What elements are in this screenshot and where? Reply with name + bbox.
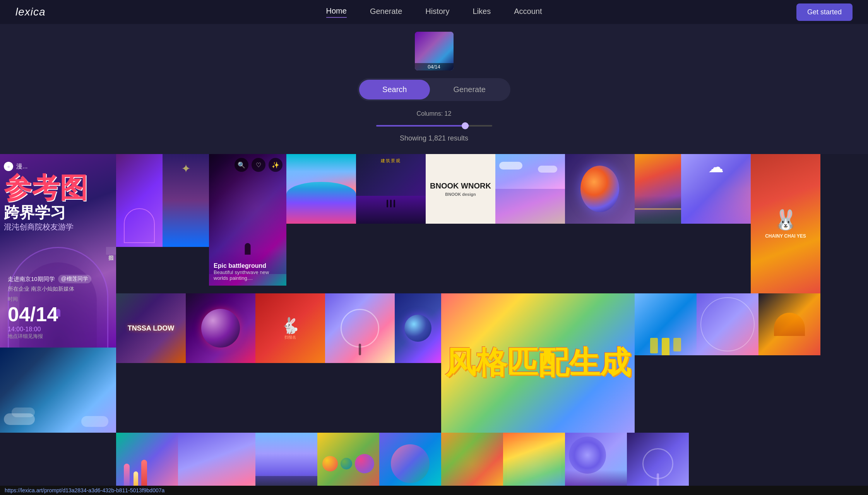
hero-section: 04/14 Search Generate Columns: 12 Showin… xyxy=(0,24,868,154)
gallery-item[interactable] xyxy=(697,293,758,355)
item-desc: Beautiful synthwave new worlds painting.… xyxy=(214,269,282,281)
gallery-item[interactable] xyxy=(325,293,395,363)
gallery-item[interactable] xyxy=(565,154,635,224)
gallery-item-book[interactable]: BNOOK WNORK BNOOK design xyxy=(426,154,495,224)
search-icon[interactable]: 🔍 xyxy=(235,158,248,172)
gallery-item-rabbit[interactable]: 🐇 扫报名 xyxy=(255,293,325,363)
gallery-item[interactable]: ✦ xyxy=(163,154,209,247)
chinese-ny-text: CHAINY CHAI YES xyxy=(765,233,806,239)
poster-bottom-info: 走进南京10期同学 @榴莲同学 所在企业 南京小灿如新媒体 时间 04/14 1… xyxy=(8,275,108,340)
gallery-item[interactable] xyxy=(627,433,689,495)
gallery-item[interactable] xyxy=(116,433,178,495)
wand-icon[interactable]: ✨ xyxy=(269,158,282,172)
gallery-item[interactable] xyxy=(379,433,441,495)
header: lexica Home Generate History Likes Accou… xyxy=(0,0,868,24)
poster-text-top: ○ 漫... 参考图 跨界学习 混沌创商院校友游学 xyxy=(4,162,112,232)
left-panel: ○ 漫... 参考图 跨界学习 混沌创商院校友游学 走进南京10期同学 @榴莲同… xyxy=(0,154,116,495)
poster-subtitle: 跨界学习 xyxy=(4,203,112,222)
gallery-item[interactable] xyxy=(635,293,697,355)
overlay-icons: 🔍 ♡ ✨ xyxy=(235,158,282,172)
item-title: Epic battleground xyxy=(214,262,282,269)
generate-tab[interactable]: Generate xyxy=(430,80,508,99)
gallery-item-epic[interactable]: 🔍 ♡ ✨ Epic battleground Beautiful synthw… xyxy=(209,154,286,286)
logo: lexica xyxy=(15,6,46,18)
columns-label: Columns: 12 xyxy=(417,110,452,117)
gallery-item-chinese-ny[interactable]: 🐰 CHAINY CHAI YES xyxy=(751,154,820,293)
gallery-item[interactable] xyxy=(286,154,356,224)
event-poster: ○ 漫... 参考图 跨界学习 混沌创商院校友游学 走进南京10期同学 @榴莲同… xyxy=(0,154,116,348)
overlay-info: Epic battleground Beautiful synthwave ne… xyxy=(214,262,282,281)
time-label: 时间 xyxy=(8,296,108,303)
columns-control: Columns: 12 xyxy=(376,110,492,128)
person-tag: @榴莲同学 xyxy=(58,275,91,283)
url-bar: https://lexica.art/prompt/d13a2834-a3d6-… xyxy=(0,486,868,495)
gallery-overlay-epic: 🔍 ♡ ✨ Epic battleground Beautiful synthw… xyxy=(209,154,286,286)
gallery-item[interactable] xyxy=(255,433,317,495)
gallery-item-large-text[interactable]: 风格匹配生成 xyxy=(441,293,635,433)
nav-account[interactable]: Account xyxy=(514,7,542,17)
poster-desc: 混沌创商院校友游学 xyxy=(4,222,112,232)
url-text: https://lexica.art/prompt/d13a2834-a3d6-… xyxy=(5,487,164,493)
gallery-item[interactable]: ☁ xyxy=(681,154,751,224)
gallery-item-great-wall[interactable] xyxy=(635,154,681,224)
columns-slider[interactable] xyxy=(376,125,492,127)
walk-label: 走进南京10期同学 xyxy=(8,276,55,283)
gallery-item-cosmic-moon[interactable]: TNSSA LDOW xyxy=(116,293,186,363)
vertical-text: 扫报名 xyxy=(106,247,116,255)
nav-likes[interactable]: Likes xyxy=(473,7,491,17)
main-nav: Home Generate History Likes Account xyxy=(326,7,542,18)
search-tab[interactable]: Search xyxy=(359,80,430,99)
reference-image-preview: 04/14 xyxy=(415,32,454,70)
gallery-item[interactable] xyxy=(116,154,163,247)
nav-generate[interactable]: Generate xyxy=(370,7,402,17)
gallery-item[interactable] xyxy=(317,433,379,495)
bottom-left-clouds xyxy=(0,348,116,433)
nav-home[interactable]: Home xyxy=(326,7,347,18)
rabbit-label: 扫报名 xyxy=(281,335,300,340)
heart-icon[interactable]: ♡ xyxy=(252,158,265,172)
gallery-item-moon[interactable] xyxy=(186,293,255,363)
reference-date: 04/14 xyxy=(415,63,454,70)
search-generate-tabs: Search Generate xyxy=(358,78,510,101)
get-started-button[interactable]: Get started xyxy=(796,3,853,21)
time-range: 14:00-18:00 地点详细见海报 xyxy=(8,326,108,340)
company-info: 所在企业 南京小灿如新媒体 xyxy=(8,286,108,293)
gallery-grid: ✦ 🔍 ♡ ✨ Epic battleground Beautif xyxy=(0,154,868,495)
gallery-item[interactable] xyxy=(441,433,503,495)
results-label: Showing 1,821 results xyxy=(400,134,468,142)
gallery-item[interactable] xyxy=(758,293,820,355)
person-info: 走进南京10期同学 @榴莲同学 xyxy=(8,275,108,283)
nav-history[interactable]: History xyxy=(425,7,449,17)
reference-image[interactable]: 04/14 xyxy=(415,32,454,70)
columns-slider-container xyxy=(376,121,492,128)
gallery-item[interactable] xyxy=(503,433,565,495)
large-chinese-text: 风格匹配生成 xyxy=(445,342,631,384)
gallery-item-blue-sphere[interactable] xyxy=(395,293,441,363)
gallery-item[interactable]: 建筑景观 xyxy=(356,154,426,224)
gallery-item[interactable] xyxy=(495,154,565,224)
gallery-item[interactable] xyxy=(565,433,627,495)
cosmic-text: TNSSA LDOW xyxy=(128,324,174,332)
date-display: 04/14 xyxy=(8,303,108,326)
gallery-container: ○ 漫... 参考图 跨界学习 混沌创商院校友游学 走进南京10期同学 @榴莲同… xyxy=(0,154,868,495)
book-title: BNOOK WNORK xyxy=(430,182,491,190)
poster-main-title: 参考图 xyxy=(4,173,112,203)
